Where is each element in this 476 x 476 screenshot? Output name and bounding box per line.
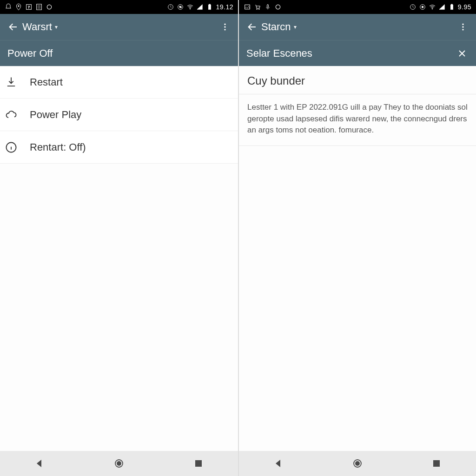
- nav-home-button[interactable]: [103, 454, 135, 473]
- list-item-restart[interactable]: Restart: [0, 66, 238, 99]
- circle-icon: [274, 3, 282, 11]
- app-bar: Starcn ▾: [239, 14, 476, 40]
- nav-home-button[interactable]: [341, 454, 374, 473]
- sync-icon: [167, 3, 174, 11]
- overflow-button[interactable]: [454, 18, 472, 36]
- info-icon: [2, 138, 20, 157]
- data-icon: [419, 3, 426, 11]
- svg-rect-13: [209, 4, 211, 5]
- subheader-label: Selar Escenes: [246, 47, 312, 60]
- appbar-title[interactable]: Starcn ▾: [261, 21, 297, 33]
- back-button[interactable]: [4, 18, 22, 36]
- list-item-label: Restart: [30, 76, 63, 88]
- svg-point-0: [18, 6, 20, 7]
- status-left: [244, 3, 282, 11]
- cart-icon: [254, 3, 261, 11]
- svg-text:%: %: [179, 6, 182, 8]
- app-icon: 7: [25, 3, 33, 11]
- status-bar: 9.95: [239, 0, 476, 14]
- svg-point-11: [190, 8, 191, 9]
- empty-area: [239, 146, 476, 451]
- close-button[interactable]: [456, 47, 469, 60]
- svg-point-38: [355, 461, 360, 466]
- svg-point-30: [422, 6, 423, 8]
- nav-bar: [0, 451, 238, 476]
- svg-point-21: [117, 461, 121, 466]
- status-clock: 9.95: [458, 3, 471, 11]
- subheader-label: Power Off: [7, 47, 53, 60]
- status-bar: 7 % 19.12: [0, 0, 238, 14]
- status-right: % 19.12: [167, 3, 233, 11]
- status-clock: 19.12: [216, 3, 233, 11]
- status-left: 7: [5, 3, 53, 11]
- list-item-rentart-off[interactable]: Rentart: Off): [0, 131, 238, 164]
- battery-icon: [448, 3, 456, 11]
- subheader: Selar Escenes: [239, 40, 476, 66]
- svg-rect-26: [267, 5, 269, 8]
- nav-recent-button[interactable]: [420, 454, 453, 473]
- svg-point-31: [432, 8, 433, 9]
- svg-point-16: [224, 29, 225, 30]
- svg-point-14: [224, 24, 225, 25]
- card-body-text: Lestter 1 with EP 2022.091G uill a pay T…: [247, 102, 468, 136]
- subheader: Power Off: [0, 40, 238, 66]
- list-item-label: Power Play: [30, 109, 81, 121]
- circle-icon: [46, 3, 53, 11]
- card-body: Lestter 1 with EP 2022.091G uill a pay T…: [239, 94, 476, 146]
- calc-icon: [35, 3, 43, 11]
- svg-text:7: 7: [28, 6, 30, 9]
- nav-back-button[interactable]: [23, 454, 56, 473]
- screen-right: 9.95 Starcn ▾ Selar Escenes Cuy bunder: [238, 0, 476, 476]
- screen-left: 7 % 19.12 Warsrt ▾: [0, 0, 238, 476]
- svg-point-34: [462, 24, 463, 25]
- list-item-power-play[interactable]: Power Play: [0, 99, 238, 131]
- svg-rect-22: [195, 460, 202, 467]
- signal-icon: [196, 3, 204, 11]
- download-icon: [2, 73, 20, 92]
- appbar-title[interactable]: Warsrt ▾: [22, 21, 58, 33]
- location-icon: [15, 3, 22, 11]
- svg-point-35: [462, 26, 463, 27]
- list-item-label: Rentart: Off): [30, 141, 86, 153]
- nav-back-button[interactable]: [262, 454, 295, 473]
- image-icon: [244, 3, 251, 11]
- nav-recent-button[interactable]: [182, 454, 215, 473]
- svg-rect-39: [433, 460, 440, 467]
- data-icon: %: [177, 3, 184, 11]
- nav-bar: [239, 451, 476, 476]
- appbar-title-text: Starcn: [261, 21, 291, 33]
- card-title: Cuy bunder: [247, 74, 468, 87]
- back-button[interactable]: [243, 18, 261, 36]
- option-list: Restart Power Play Rentart: Off): [0, 66, 238, 164]
- card-header: Cuy bunder: [239, 66, 476, 94]
- status-right: 9.95: [409, 3, 471, 11]
- svg-rect-33: [451, 4, 452, 5]
- svg-point-15: [224, 26, 225, 27]
- svg-rect-32: [450, 5, 453, 9]
- svg-rect-12: [209, 5, 211, 9]
- svg-point-25: [258, 9, 259, 10]
- battery-icon: [206, 3, 213, 11]
- svg-point-27: [276, 5, 280, 9]
- sync-icon: [409, 3, 416, 11]
- overflow-button[interactable]: [216, 18, 234, 36]
- signal-icon: [438, 3, 446, 11]
- wifi-icon: [429, 3, 436, 11]
- app-bar: Warsrt ▾: [0, 14, 238, 40]
- mic-icon: [264, 3, 271, 11]
- cloud-icon: [2, 106, 20, 124]
- chevron-down-icon: ▾: [294, 24, 297, 30]
- svg-point-24: [257, 9, 258, 10]
- wifi-icon: [186, 3, 194, 11]
- appbar-title-text: Warsrt: [22, 21, 52, 33]
- svg-point-36: [462, 29, 463, 30]
- empty-area: [0, 164, 238, 451]
- svg-point-7: [47, 5, 51, 9]
- chevron-down-icon: ▾: [55, 24, 58, 30]
- notification-icon: [5, 3, 12, 11]
